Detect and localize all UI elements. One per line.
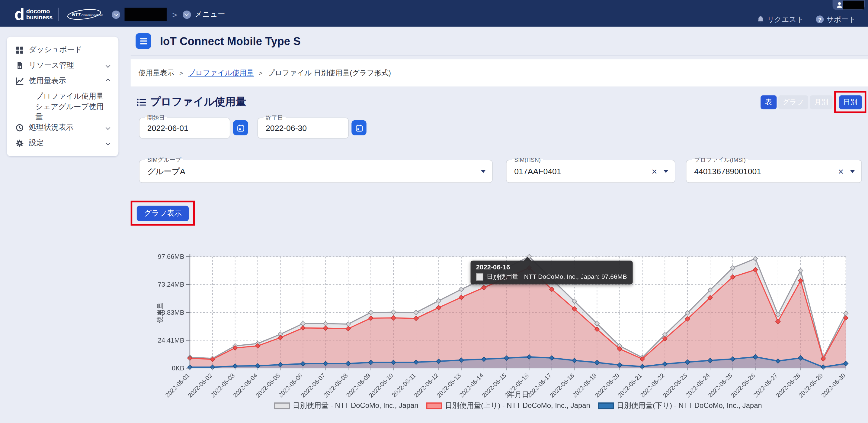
legend-swatch	[426, 402, 442, 409]
end-date-value: 2022-06-30	[258, 118, 348, 138]
sidebar-item-label: プロファイル使用量	[35, 92, 110, 102]
sim-hsn-select[interactable]: SIM(HSN) 017AAF0401 ×	[506, 160, 675, 183]
svg-text:2022-06-02: 2022-06-02	[187, 372, 213, 398]
support-link[interactable]: サポート	[827, 15, 856, 25]
svg-text:2022-06-19: 2022-06-19	[571, 372, 598, 398]
tooltip-text: 日別使用量 - NTT DoCoMo, Inc., Japan: 97.66MB	[487, 273, 627, 281]
sidebar-item-label: リソース管理	[29, 60, 106, 70]
view-button-日別[interactable]: 日別	[839, 95, 862, 109]
start-date-field[interactable]: 開始日 2022-06-01	[139, 118, 230, 139]
sidebar-item-5[interactable]: 処理状況表示	[7, 120, 118, 135]
sidebar-item-1[interactable]: リソース管理	[7, 58, 118, 73]
chart-legend: 日別使用量 - NTT DoCoMo, Inc., Japan日別使用量(上り)…	[190, 401, 846, 411]
sidebar-item-0[interactable]: ダッシュボード	[7, 42, 118, 57]
view-button-月別[interactable]: 月別	[810, 95, 832, 109]
person-icon	[836, 2, 842, 8]
chevron-up-icon	[106, 79, 111, 83]
svg-text:2022-06-29: 2022-06-29	[797, 372, 824, 398]
view-button-表[interactable]: 表	[761, 95, 776, 109]
clear-icon[interactable]: ×	[652, 167, 657, 176]
legend-label: 日別使用量(下り) - NTT DoCoMo, Inc., Japan	[617, 401, 762, 411]
legend-item-2[interactable]: 日別使用量(下り) - NTT DoCoMo, Inc., Japan	[598, 401, 762, 411]
show-graph-button[interactable]: グラフ表示	[137, 205, 189, 221]
svg-text:2022-06-03: 2022-06-03	[209, 372, 236, 398]
end-date-field[interactable]: 終了日 2022-06-30	[257, 118, 349, 139]
navbar-right: リクエスト ? サポート	[756, 15, 856, 25]
sidebar-item-2[interactable]: 使用量表示	[7, 73, 118, 89]
profile-imsi-label: プロファイル(IMSI)	[692, 156, 748, 163]
svg-text:2022-06-15: 2022-06-15	[480, 372, 507, 398]
sidebar-item-6[interactable]: 設定	[7, 135, 118, 150]
svg-text:2022-06-12: 2022-06-12	[413, 372, 439, 398]
svg-text:2022-06-24: 2022-06-24	[684, 372, 711, 398]
request-link[interactable]: リクエスト	[767, 15, 804, 25]
sim-card-icon	[16, 61, 24, 70]
svg-text:2022-06-14: 2022-06-14	[458, 372, 485, 398]
app-header: IoT Connect Mobile Type S	[131, 27, 868, 56]
profile-imsi-select[interactable]: プロファイル(IMSI) 440136789001001 ×	[686, 160, 862, 183]
svg-text:NTT: NTT	[72, 12, 81, 17]
sidebar-item-label: ダッシュボード	[29, 45, 110, 55]
legend-item-0[interactable]: 日別使用量 - NTT DoCoMo, Inc., Japan	[274, 401, 418, 411]
view-toggle-buttons: 表グラフ月別日別	[761, 95, 868, 109]
svg-text:年月日: 年月日	[507, 390, 529, 398]
sidebar-item-label: 使用量表示	[29, 76, 106, 86]
svg-text:使用量: 使用量	[156, 302, 164, 323]
redacted-account-name	[125, 8, 167, 21]
breadcrumb-separator: >	[179, 69, 183, 76]
annotation-box-graph-button: グラフ表示	[131, 201, 195, 226]
page-title: プロファイル使用量	[150, 95, 246, 109]
svg-text:2022-06-26: 2022-06-26	[730, 372, 756, 398]
chevron-down-icon[interactable]	[850, 170, 855, 173]
svg-text:2022-06-22: 2022-06-22	[639, 372, 666, 398]
chevron-down-icon[interactable]	[481, 170, 486, 173]
svg-text:2022-06-23: 2022-06-23	[662, 372, 688, 398]
sidebar-item-label: 処理状況表示	[29, 122, 106, 133]
clear-icon[interactable]: ×	[838, 167, 843, 176]
ntt-communications-logo-icon: NTT Communications	[64, 8, 103, 21]
svg-text:2022-06-17: 2022-06-17	[526, 372, 553, 398]
breadcrumb-item-1[interactable]: プロファイル使用量	[188, 68, 254, 78]
sim-group-select[interactable]: SIMグループ グループA	[139, 160, 493, 183]
calendar-icon	[237, 124, 245, 132]
docomo-logo-icon: d	[14, 7, 24, 22]
user-account-chip[interactable]	[833, 0, 865, 10]
profile-imsi-value: 440136789001001	[687, 160, 838, 182]
svg-text:2022-06-06: 2022-06-06	[277, 372, 304, 398]
gear-icon	[16, 139, 24, 147]
svg-text:2022-06-08: 2022-06-08	[322, 372, 349, 398]
tooltip-date: 2022-06-16	[476, 263, 627, 271]
start-date-calendar-button[interactable]	[233, 120, 248, 136]
legend-item-1[interactable]: 日別使用量(上り) - NTT DoCoMo, Inc., Japan	[426, 401, 590, 411]
chevron-down-icon[interactable]	[663, 170, 668, 173]
divider	[58, 8, 59, 21]
sim-group-label: SIMグループ	[145, 156, 183, 163]
menu-item[interactable]: メニュー	[195, 9, 225, 19]
tooltip-series-swatch	[476, 273, 483, 281]
date-filter-row: 開始日 2022-06-01 終了日 2022-06-30	[139, 118, 367, 139]
navbar-left: d docomobusiness NTT Communications > メニ…	[14, 6, 225, 23]
svg-text:2022-06-20: 2022-06-20	[594, 372, 620, 398]
dashboard-icon	[16, 46, 24, 54]
annotation-box-daily-button: 日別	[834, 91, 866, 113]
sim-group-value: グループA	[140, 160, 481, 182]
svg-text:97.66MB: 97.66MB	[158, 253, 184, 260]
help-icon[interactable]: ?	[816, 16, 824, 23]
menu-badge-icon[interactable]	[183, 10, 191, 19]
bell-icon[interactable]	[756, 15, 765, 24]
view-button-グラフ[interactable]: グラフ	[778, 95, 808, 109]
chart-tooltip: 2022-06-16 日別使用量 - NTT DoCoMo, Inc., Jap…	[470, 261, 632, 284]
svg-text:0KB: 0KB	[172, 364, 184, 372]
svg-text:2022-06-28: 2022-06-28	[775, 372, 801, 398]
end-date-calendar-button[interactable]	[351, 120, 367, 136]
svg-text:2022-06-09: 2022-06-09	[345, 372, 372, 398]
hamburger-menu-button[interactable]	[135, 33, 151, 49]
chevron-down-icon	[106, 141, 111, 145]
chevron-down-icon	[106, 63, 111, 68]
legend-swatch	[598, 402, 614, 409]
svg-text:2022-06-18: 2022-06-18	[549, 372, 575, 398]
svg-text:2022-06-01: 2022-06-01	[164, 372, 190, 398]
sidebar-item-4[interactable]: シェアグループ使用量	[7, 104, 118, 120]
line-chart-icon	[16, 77, 24, 85]
account-badge-icon[interactable]	[112, 10, 120, 19]
